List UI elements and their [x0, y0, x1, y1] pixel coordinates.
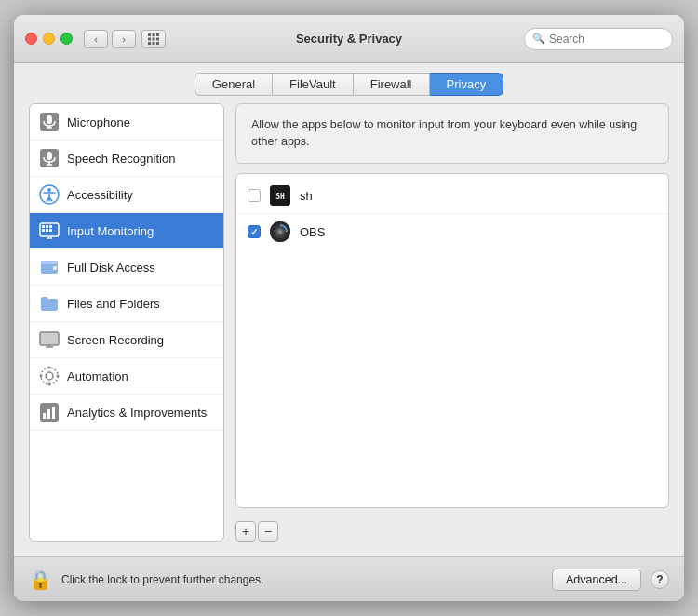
analytics-icon — [39, 402, 60, 422]
minimize-button[interactable] — [43, 33, 55, 45]
full-disk-access-icon — [39, 257, 60, 277]
tab-firewall[interactable]: Firewall — [354, 73, 430, 96]
sidebar-item-analytics[interactable]: Analytics & Improvements — [30, 395, 223, 431]
sidebar-item-screen-recording-label: Screen Recording — [67, 333, 164, 347]
svg-point-48 — [278, 230, 282, 234]
traffic-lights — [25, 33, 73, 45]
help-button[interactable]: ? — [651, 570, 669, 589]
add-button[interactable]: + — [235, 521, 256, 542]
sh-app-name: sh — [300, 189, 313, 203]
sidebar-item-accessibility[interactable]: Accessibility — [30, 177, 223, 213]
svg-rect-23 — [42, 229, 45, 232]
sidebar-item-files-and-folders-label: Files and Folders — [67, 297, 160, 311]
svg-point-37 — [40, 375, 43, 378]
sidebar-item-speech-recognition[interactable]: Speech Recognition — [30, 141, 223, 177]
nav-buttons: ‹ › — [84, 30, 136, 48]
tab-privacy[interactable]: Privacy — [430, 73, 504, 96]
screen-recording-icon — [39, 329, 60, 350]
obs-checkbox[interactable]: ✓ — [248, 225, 261, 238]
tabs-row: General FileVault Firewall Privacy — [14, 63, 684, 103]
input-monitoring-icon — [39, 221, 60, 241]
speech-recognition-icon — [39, 148, 60, 168]
search-input[interactable] — [549, 33, 664, 46]
advanced-button[interactable]: Advanced... — [552, 569, 641, 591]
sidebar-item-microphone-label: Microphone — [67, 115, 130, 129]
table-row: ✓ OBS — [236, 214, 668, 249]
back-button[interactable]: ‹ — [84, 30, 108, 48]
table-row: SH sh — [236, 178, 668, 214]
close-button[interactable] — [25, 33, 37, 45]
svg-rect-21 — [46, 225, 48, 228]
sidebar-item-automation[interactable]: Automation — [30, 358, 223, 395]
search-bar[interactable]: 🔍 — [524, 28, 673, 50]
sidebar-item-microphone[interactable]: Microphone — [30, 104, 223, 141]
svg-rect-28 — [41, 261, 58, 264]
svg-rect-42 — [52, 407, 55, 419]
svg-rect-40 — [43, 413, 46, 419]
svg-rect-7 — [153, 42, 155, 45]
sidebar-item-automation-label: Automation — [67, 369, 128, 383]
sh-checkbox[interactable] — [248, 189, 261, 202]
lock-icon[interactable]: 🔒 — [29, 569, 52, 591]
obs-app-name: OBS — [300, 225, 325, 239]
svg-text:SH: SH — [275, 193, 285, 201]
sidebar-item-input-monitoring-label: Input Monitoring — [67, 224, 154, 238]
svg-rect-30 — [40, 332, 59, 345]
svg-rect-2 — [156, 33, 159, 36]
svg-rect-8 — [156, 42, 159, 45]
svg-rect-25 — [49, 229, 52, 232]
svg-rect-5 — [156, 37, 159, 40]
footer-lock-text: Click the lock to prevent further change… — [61, 573, 543, 586]
footer: 🔒 Click the lock to prevent further chan… — [14, 556, 684, 601]
search-icon: 🔍 — [532, 33, 545, 45]
tab-filevault[interactable]: FileVault — [273, 73, 354, 96]
svg-rect-6 — [148, 42, 151, 45]
svg-point-18 — [47, 188, 51, 192]
grid-button[interactable] — [141, 30, 166, 48]
sidebar-item-speech-recognition-label: Speech Recognition — [67, 152, 175, 166]
sh-app-icon: SH — [270, 185, 290, 206]
window-title: Security & Privacy — [296, 32, 402, 46]
svg-rect-0 — [148, 33, 151, 36]
content-area: Microphone Speech Recognition — [14, 103, 684, 556]
microphone-icon — [39, 112, 60, 132]
svg-point-33 — [46, 372, 53, 380]
sidebar-item-full-disk-access[interactable]: Full Disk Access — [30, 249, 223, 286]
sidebar-item-full-disk-access-label: Full Disk Access — [67, 261, 155, 275]
accessibility-icon — [39, 184, 60, 205]
remove-button[interactable]: − — [258, 521, 278, 542]
automation-icon — [39, 366, 60, 386]
svg-rect-14 — [47, 152, 52, 160]
maximize-button[interactable] — [60, 33, 73, 45]
svg-rect-24 — [46, 229, 48, 232]
sidebar-item-accessibility-label: Accessibility — [67, 188, 133, 202]
obs-app-icon — [270, 221, 290, 242]
svg-point-34 — [41, 368, 58, 384]
svg-point-36 — [48, 383, 51, 386]
sidebar: Microphone Speech Recognition — [29, 103, 224, 542]
svg-point-38 — [57, 375, 60, 378]
svg-rect-4 — [153, 37, 155, 40]
svg-rect-10 — [47, 115, 52, 124]
svg-rect-3 — [148, 37, 151, 40]
svg-rect-41 — [47, 409, 50, 419]
svg-point-29 — [53, 266, 57, 270]
list-controls: + − — [235, 517, 669, 542]
files-and-folders-icon — [39, 293, 60, 314]
sidebar-item-files-and-folders[interactable]: Files and Folders — [30, 286, 223, 322]
tab-general[interactable]: General — [195, 73, 273, 96]
forward-button[interactable]: › — [112, 30, 136, 48]
main-panel: Allow the apps below to monitor input fr… — [235, 103, 669, 542]
svg-rect-1 — [153, 33, 155, 36]
svg-rect-22 — [49, 225, 52, 228]
apps-list-box: SH sh ✓ — [235, 173, 669, 508]
window: ‹ › Security & Privacy 🔍 General FileV — [14, 15, 684, 601]
titlebar: ‹ › Security & Privacy 🔍 — [14, 15, 684, 63]
svg-rect-20 — [42, 225, 45, 228]
svg-point-35 — [48, 367, 51, 369]
sidebar-item-input-monitoring[interactable]: Input Monitoring — [30, 213, 223, 249]
description-box: Allow the apps below to monitor input fr… — [235, 103, 669, 164]
sidebar-item-screen-recording[interactable]: Screen Recording — [30, 322, 223, 358]
checkmark-icon: ✓ — [250, 227, 258, 237]
sidebar-item-analytics-label: Analytics & Improvements — [67, 406, 207, 420]
